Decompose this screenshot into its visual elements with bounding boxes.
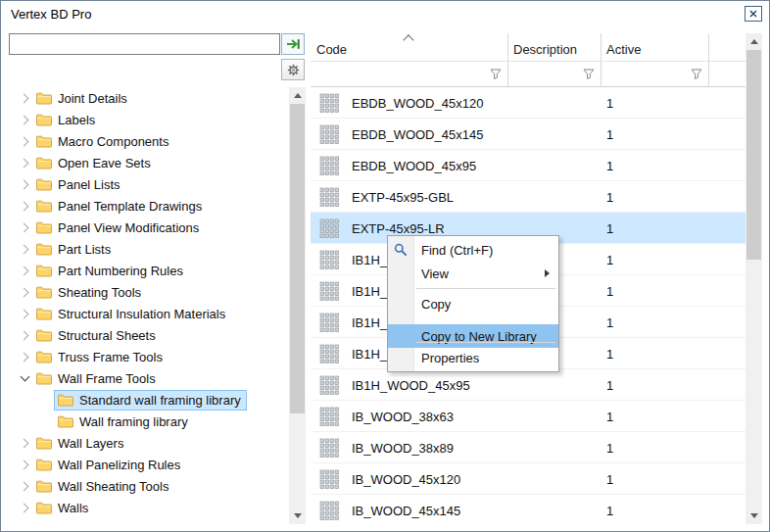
chevron-collapsed-icon[interactable] (17, 457, 32, 472)
chevron-collapsed-icon[interactable] (17, 176, 32, 192)
table-row[interactable]: IB_WOOD_38x891 (311, 432, 746, 463)
column-header-code[interactable]: Code (316, 42, 347, 57)
table-row[interactable]: EBDB_WOOD_45x951 (311, 150, 746, 181)
menu-item[interactable]: Copy to New Library (388, 324, 558, 348)
tree-item-label: Truss Frame Tools (58, 350, 163, 364)
tree-item[interactable]: Standard wall framing library (9, 389, 289, 411)
tree-item[interactable]: Wall Frame Tools (9, 367, 289, 389)
grid-scrollbar[interactable] (746, 33, 762, 524)
tree-scrollbar[interactable] (289, 87, 306, 524)
tree-item[interactable]: Wall Sheating Tools (9, 475, 289, 497)
chevron-collapsed-icon[interactable] (17, 155, 32, 170)
tree-item[interactable]: Wall Layers (9, 432, 289, 454)
window-title: Vertex BD Pro (11, 7, 91, 22)
settings-button[interactable] (281, 59, 305, 80)
tree-item[interactable]: Walls (9, 497, 289, 518)
chevron-collapsed-icon[interactable] (17, 327, 32, 343)
scroll-up-icon (294, 93, 302, 98)
table-row[interactable]: IB_WOOD_45x1201 (311, 463, 746, 495)
search-input[interactable] (9, 33, 280, 55)
scroll-down-button[interactable] (746, 508, 762, 524)
tree-item-label: Sheating Tools (58, 285, 141, 300)
tree-item-label: Wall Frame Tools (58, 371, 156, 386)
chevron-collapsed-icon[interactable] (17, 90, 32, 106)
folder-icon (36, 329, 52, 342)
menu-item[interactable]: Find (Ctrl+F) (388, 238, 558, 262)
tree-item-label: Panel View Modifications (58, 220, 199, 235)
tree-item-label: Panel Lists (58, 177, 120, 192)
chevron-collapsed-icon[interactable] (17, 133, 32, 149)
column-header-active[interactable]: Active (606, 42, 641, 57)
scroll-down-icon (294, 513, 302, 518)
folder-icon (36, 221, 52, 234)
chevron-collapsed-icon[interactable] (17, 263, 32, 278)
tree-item[interactable]: Joint Details (9, 87, 289, 109)
part-icon (318, 92, 340, 114)
column-header-description[interactable]: Description (513, 42, 577, 57)
tree-item[interactable]: Part Numbering Rules (9, 260, 289, 281)
part-icon (318, 249, 340, 270)
search-go-button[interactable] (281, 33, 305, 55)
tree-scrollbar-thumb[interactable] (290, 104, 305, 413)
tree-item[interactable]: Sheating Tools (9, 281, 289, 303)
menu-item[interactable]: View (388, 262, 558, 285)
menu-item[interactable]: Copy (388, 292, 558, 315)
cell-active: 1 (606, 96, 613, 111)
folder-icon (36, 351, 52, 363)
close-button[interactable] (745, 6, 762, 22)
submenu-arrow-icon (545, 269, 550, 277)
table-row[interactable]: EBDB_WOOD_45x1201 (311, 87, 746, 119)
chevron-collapsed-icon[interactable] (17, 284, 32, 300)
tree-item[interactable]: Structural Sheets (9, 324, 289, 346)
table-row[interactable]: IB1H_WOOD_45x951 (311, 369, 746, 401)
tree-item[interactable]: Truss Frame Tools (9, 346, 289, 367)
chevron-collapsed-icon[interactable] (17, 500, 32, 515)
tree-item-label: Wall Layers (58, 436, 123, 451)
chevron-collapsed-icon[interactable] (17, 349, 32, 364)
folder-icon (36, 437, 52, 450)
folder-icon (36, 135, 52, 148)
tree-item[interactable]: Macro Components (9, 130, 289, 152)
header-divider (311, 61, 746, 62)
cell-active: 1 (606, 472, 613, 487)
chevron-collapsed-icon[interactable] (17, 219, 32, 235)
tree-item[interactable]: Panel Lists (9, 173, 289, 195)
scroll-up-button[interactable] (746, 33, 762, 50)
tree-item[interactable]: Open Eave Sets (9, 152, 289, 173)
chevron-collapsed-icon[interactable] (17, 435, 32, 451)
filter-icon-code[interactable] (490, 69, 502, 79)
table-row[interactable]: EXTP-45x95-GBL1 (311, 181, 746, 213)
tree-item[interactable]: Structural Insulation Materials (9, 303, 289, 324)
tree-item[interactable]: Panel Template Drawings (9, 195, 289, 217)
cell-active: 1 (606, 284, 613, 299)
tree-item-label: Part Lists (58, 242, 111, 257)
grid-scrollbar-thumb[interactable] (746, 50, 761, 260)
cell-active: 1 (606, 190, 613, 205)
table-row[interactable]: EBDB_WOOD_45x1451 (311, 119, 746, 150)
table-row[interactable]: IB_WOOD_38x631 (311, 401, 746, 432)
menu-item-label: View (421, 266, 449, 281)
tree-item[interactable]: Part Lists (9, 238, 289, 260)
table-row[interactable]: IB_WOOD_45x1451 (311, 495, 746, 524)
chevron-collapsed-icon[interactable] (17, 241, 32, 257)
chevron-collapsed-icon[interactable] (17, 198, 32, 214)
tree-item-label: Part Numbering Rules (58, 264, 183, 278)
menu-item[interactable]: Properties (388, 346, 558, 369)
chevron-collapsed-icon[interactable] (17, 478, 32, 494)
cell-code: EBDB_WOOD_45x95 (352, 159, 476, 173)
cell-active: 1 (606, 315, 613, 330)
part-icon (318, 468, 340, 490)
tree-item[interactable]: Wall Panelizing Rules (9, 454, 289, 475)
tree-item[interactable]: Panel View Modifications (9, 217, 289, 238)
tree-item[interactable]: Wall framing library (9, 411, 289, 432)
chevron-collapsed-icon[interactable] (17, 306, 32, 321)
scroll-down-button[interactable] (289, 508, 306, 524)
scroll-up-button[interactable] (289, 87, 306, 104)
chevron-expanded-icon[interactable] (17, 370, 32, 386)
cell-active: 1 (606, 127, 613, 142)
filter-icon-active[interactable] (691, 69, 702, 79)
chevron-collapsed-icon[interactable] (17, 112, 32, 127)
cell-code: IB_WOOD_38x63 (352, 410, 454, 424)
tree-item[interactable]: Labels (9, 109, 289, 130)
filter-icon-description[interactable] (583, 69, 595, 79)
